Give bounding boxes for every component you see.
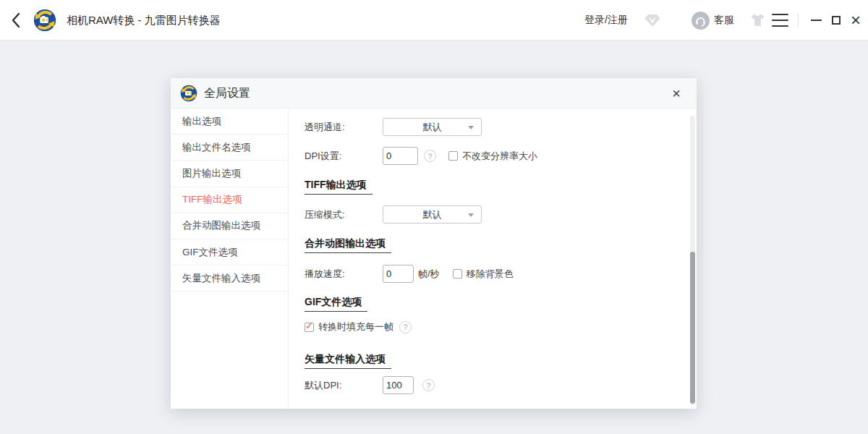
hamburger-menu-button[interactable] (772, 14, 788, 27)
customer-service-icon[interactable] (692, 12, 710, 30)
compression-dropdown-value: 默认 (423, 208, 442, 221)
dpi-row: DPI设置: ? 不改变分辨率大小 (305, 147, 697, 165)
maximize-button[interactable] (827, 0, 846, 41)
sidebar-item-output-filename-options[interactable]: 输出文件名选项 (171, 135, 288, 161)
vip-diamond-icon[interactable] (644, 14, 660, 27)
sidebar-item-merge-animation-options[interactable]: 合并动图输出选项 (171, 213, 288, 239)
compression-label: 压缩模式: (305, 208, 383, 221)
titlebar: 相机RAW转换 - 九雷图片转换器 登录/注册 客服 × (0, 0, 868, 41)
keep-resolution-checkbox[interactable] (448, 151, 458, 161)
login-register-link[interactable]: 登录/注册 (584, 0, 628, 41)
dpi-label: DPI设置: (305, 150, 383, 163)
dialog-header: 全局设置 × (171, 78, 697, 109)
window-close-icon: × (851, 12, 861, 29)
app-logo-icon (33, 9, 56, 32)
transparency-dropdown-value: 默认 (423, 121, 442, 134)
sidebar-item-output-options[interactable]: 输出选项 (171, 109, 288, 135)
speed-row: 播放速度: 帧/秒 移除背景色 (305, 265, 697, 283)
minimize-icon (811, 20, 822, 21)
check-icon: ✓ (305, 320, 313, 331)
gif-section-header: GIF文件选项 (305, 295, 697, 310)
settings-content: 透明通道: 默认 DPI设置: ? 不改变分辨率大小 TIFF输出选项 压缩模式… (288, 109, 697, 409)
customer-service-label[interactable]: 客服 (714, 0, 734, 41)
back-chevron-icon (10, 12, 22, 29)
chevron-down-icon (468, 126, 474, 129)
dialog-close-button[interactable]: × (663, 78, 689, 109)
back-button[interactable] (10, 10, 27, 30)
chevron-down-icon (468, 213, 474, 217)
tiff-section-header: TIFF输出选项 (305, 178, 697, 192)
titlebar-divider (798, 13, 799, 27)
default-dpi-row: 默认DPI: ? (305, 376, 697, 394)
default-dpi-input[interactable] (383, 376, 414, 394)
compression-row: 压缩模式: 默认 (305, 205, 697, 224)
remove-background-checkbox[interactable] (453, 269, 462, 278)
transparency-row: 透明通道: 默认 (305, 118, 697, 136)
compression-dropdown[interactable]: 默认 (383, 205, 482, 224)
merge-section-header: 合并动图输出选项 (305, 237, 697, 251)
speed-label: 播放速度: (305, 268, 383, 281)
dialog-scrollbar-thumb[interactable] (690, 252, 695, 404)
speed-unit: 帧/秒 (418, 268, 440, 281)
maximize-icon (832, 16, 841, 25)
fill-frame-row: ✓ 转换时填充每一帧 ? (305, 320, 697, 334)
fill-frame-help-icon[interactable]: ? (399, 321, 412, 333)
sidebar-item-tiff-output-options[interactable]: TIFF输出选项 (171, 187, 288, 213)
keep-resolution-label: 不改变分辨率大小 (462, 150, 537, 163)
settings-sidebar: 输出选项 输出文件名选项 图片输出选项 TIFF输出选项 合并动图输出选项 GI… (171, 109, 288, 409)
sidebar-item-vector-input-options[interactable]: 矢量文件输入选项 (171, 265, 288, 292)
fill-frame-label: 转换时填充每一帧 (318, 320, 393, 333)
vector-section-header: 矢量文件输入选项 (305, 352, 697, 367)
global-settings-dialog: 全局设置 × 输出选项 输出文件名选项 图片输出选项 TIFF输出选项 合并动图… (171, 78, 697, 409)
minimize-button[interactable] (807, 0, 825, 41)
transparency-label: 透明通道: (305, 121, 383, 134)
remove-background-label: 移除背景色 (467, 268, 514, 281)
dialog-title: 全局设置 (204, 78, 250, 109)
default-dpi-label: 默认DPI: (305, 379, 383, 392)
transparency-dropdown[interactable]: 默认 (383, 118, 482, 136)
skin-tshirt-icon[interactable] (750, 13, 765, 27)
sidebar-item-gif-file-options[interactable]: GIF文件选项 (171, 239, 288, 265)
dialog-scrollbar-track[interactable] (690, 116, 695, 405)
fill-frame-checkbox[interactable]: ✓ (305, 323, 314, 332)
speed-input[interactable] (383, 265, 414, 283)
sidebar-item-image-output-options[interactable]: 图片输出选项 (171, 161, 288, 187)
dpi-help-icon[interactable]: ? (424, 150, 436, 162)
dialog-logo-icon (180, 85, 197, 102)
dpi-input[interactable] (383, 147, 418, 165)
window-close-button[interactable]: × (846, 0, 865, 41)
default-dpi-help-icon[interactable]: ? (422, 379, 435, 391)
app-title: 相机RAW转换 - 九雷图片转换器 (67, 0, 221, 41)
